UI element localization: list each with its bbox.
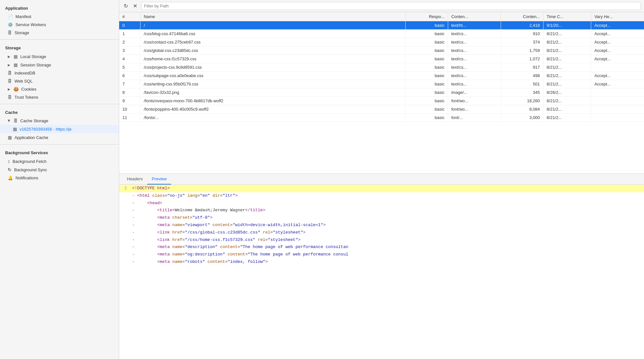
table-row[interactable]: 3/css/global-css.c23d85dc.cssbasictext/c… [119,46,644,55]
table-row[interactable]: 9/fonts/overpass-mono-700.4b8617db.woff2… [119,97,644,105]
divider-3 [0,144,119,145]
sidebar-item-storage-app[interactable]: 🗄 Storage [0,29,119,37]
code-line: - <meta name="robots" content="index, fo… [119,258,644,266]
divider-1 [0,39,119,40]
sidebar-item-app-cache[interactable]: ▦ Application Cache [0,133,119,142]
divider-2 [0,104,119,104]
code-line: - <title>Welcome &mdash;Jeremy Wagner</t… [119,207,644,214]
code-line: - <link href="/css/global-css.c23d85dc.c… [119,229,644,236]
cookie-icon: 🍪 [14,87,19,92]
sidebar-item-trust-tokens[interactable]: 🗄 Trust Tokens [0,93,119,101]
table-row[interactable]: 0/basictext/ht...2,4189/1/20...Accept... [119,21,644,30]
expand-arrow-icon: ▶ [8,55,10,58]
table-icon: ▦ [8,135,12,140]
table-row[interactable]: 11/fonts/...basicfont/...3,0008/21/2... [119,114,644,122]
table-row[interactable]: 2/css/contact-css.275ceb97.cssbasictext/… [119,38,644,46]
cache-table: # Name Respo... Conten... Conten... Time… [119,12,644,122]
expand-arrow-down-icon: ▶ [7,120,11,122]
tabs-bar: Headers Preview [119,174,644,185]
gear-icon: ⚙️ [8,22,13,27]
code-line: - <head> [119,200,644,207]
col-header-name: Name [140,12,406,21]
toolbar: ↻ ✕ [119,0,644,12]
bottom-panel: Headers Preview 1 <!DOCTYPE html> - <htm… [119,174,644,296]
expand-arrow-icon: ▶ [8,63,10,67]
sidebar: Application 📄 Manifest ⚙️ Service Worker… [0,0,119,359]
code-line: - <link href="/css/home-css.f1c57329.css… [119,236,644,244]
section-storage: Storage [0,42,119,52]
col-header-response: Respo... [406,12,448,21]
fetch-icon: ↕ [8,159,10,164]
sidebar-item-bg-fetch[interactable]: ↕ Background Fetch [0,157,119,165]
tab-headers[interactable]: Headers [122,174,147,184]
sidebar-item-cache-storage[interactable]: ▶ 🗄 Cache Storage [0,117,119,125]
sidebar-item-notifications[interactable]: 🔔 Notifications [0,174,119,182]
sync-icon: ↻ [8,167,12,172]
db-icon: 🗄 [8,71,12,75]
db-icon: 🗄 [14,118,18,123]
code-line: - <meta name="viewport" content="width=d… [119,222,644,229]
section-application: Application [0,3,119,13]
sidebar-item-indexeddb[interactable]: 🗄 IndexedDB [0,69,119,77]
table-icon: ▦ [13,126,17,132]
col-header-time: Time C... [543,12,591,21]
col-header-index: # [119,12,140,21]
refresh-button[interactable]: ↻ [122,2,129,10]
col-header-content-type: Conten... [448,12,501,21]
code-line: 1 <!DOCTYPE html> [119,185,644,192]
code-line: - <meta name="description" content="The … [119,244,644,251]
table-row[interactable]: 5/css/projects-css.9c8d9591.cssbasictext… [119,63,644,72]
doc-icon: 📄 [8,14,13,19]
sidebar-item-service-workers[interactable]: ⚙️ Service Workers [0,21,119,29]
sidebar-item-bg-sync[interactable]: ↻ Background Sync [0,165,119,174]
code-preview: 1 <!DOCTYPE html> - <html class="no-js" … [119,185,644,296]
db-icon: 🗄 [8,95,12,100]
sidebar-item-manifest[interactable]: 📄 Manifest [0,13,119,21]
section-cache: Cache [0,107,119,117]
filter-input[interactable] [141,2,641,10]
grid-icon: ▦ [14,54,18,59]
clear-button[interactable]: ✕ [132,2,139,10]
grid-icon: ▦ [14,62,18,67]
code-line: - <meta charset="utf-8"> [119,214,644,222]
table-row[interactable]: 6/css/subpage-css.a0e0eabe.cssbasictext/… [119,72,644,80]
table-row[interactable]: 10/fonts/poppins-400.40c005c9.woff2basic… [119,105,644,114]
main-panel: ↻ ✕ # Name Respo... Conten... Conten... … [119,0,644,359]
table-row[interactable]: 1/css/blog-css.47146ba6.cssbasictext/cs.… [119,30,644,38]
sidebar-item-cookies[interactable]: ▶ 🍪 Cookies [0,85,119,93]
sidebar-item-local-storage[interactable]: ▶ ▦ Local Storage [0,52,119,61]
sidebar-item-web-sql[interactable]: 🗄 Web SQL [0,77,119,85]
col-header-vary: Vary He... [591,12,644,21]
db-icon: 🗄 [8,79,12,84]
tab-preview[interactable]: Preview [147,174,171,184]
col-header-content-len: Conten... [501,12,543,21]
code-line: - <meta name="og:description" content="T… [119,251,644,258]
table-row[interactable]: 7/css/writing-css.95b0f179.cssbasictext/… [119,80,644,88]
bell-icon: 🔔 [8,175,13,180]
expand-arrow-icon: ▶ [8,87,10,91]
sidebar-item-cache-entry[interactable]: ▦ v1625760393456 - https://je [0,125,119,133]
db-icon: 🗄 [8,30,12,35]
sidebar-item-session-storage[interactable]: ▶ ▦ Session Storage [0,61,119,69]
table-row[interactable]: 4/css/home-css.f1c57329.cssbasictext/cs.… [119,55,644,63]
section-bg-services: Background Services [0,147,119,157]
code-line: - <html class="no-js" lang="en" dir="ltr… [119,192,644,200]
cache-table-area: # Name Respo... Conten... Conten... Time… [119,12,644,174]
table-row[interactable]: 8/favicon-32x32.pngbasicimage/...3458/26… [119,88,644,97]
